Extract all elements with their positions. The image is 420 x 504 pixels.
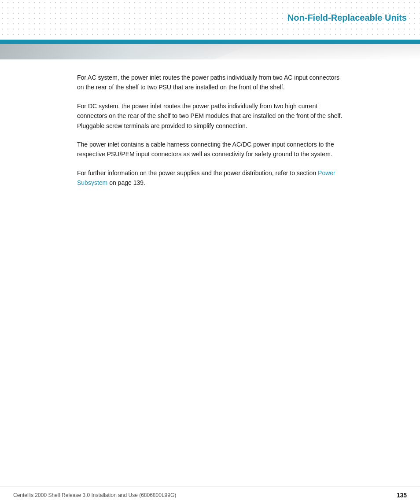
accent-bar (0, 40, 420, 44)
footer: Centellis 2000 Shelf Release 3.0 Install… (0, 486, 420, 504)
wave-decoration (0, 44, 420, 59)
paragraph-4-prefix: For further information on the power sup… (77, 169, 318, 177)
paragraph-2-text: For DC system, the power inlet routes th… (77, 103, 342, 129)
paragraph-3: The power inlet contains a cable harness… (77, 140, 343, 159)
paragraph-1-text: For AC system, the power inlet routes th… (77, 74, 339, 91)
footer-text: Centellis 2000 Shelf Release 3.0 Install… (13, 492, 176, 498)
paragraph-4: For further information on the power sup… (77, 168, 343, 188)
footer-page-number: 135 (397, 492, 407, 499)
header-title-bar: Non-Field-Replaceable Units (0, 0, 420, 35)
page-title: Non-Field-Replaceable Units (287, 13, 407, 23)
paragraph-2: For DC system, the power inlet routes th… (77, 101, 343, 131)
paragraph-3-text: The power inlet contains a cable harness… (77, 141, 334, 158)
header-area: Non-Field-Replaceable Units (0, 0, 420, 40)
paragraph-4-suffix: on page 139. (107, 179, 145, 186)
main-content: For AC system, the power inlet routes th… (0, 59, 420, 456)
paragraph-1: For AC system, the power inlet routes th… (77, 73, 343, 92)
